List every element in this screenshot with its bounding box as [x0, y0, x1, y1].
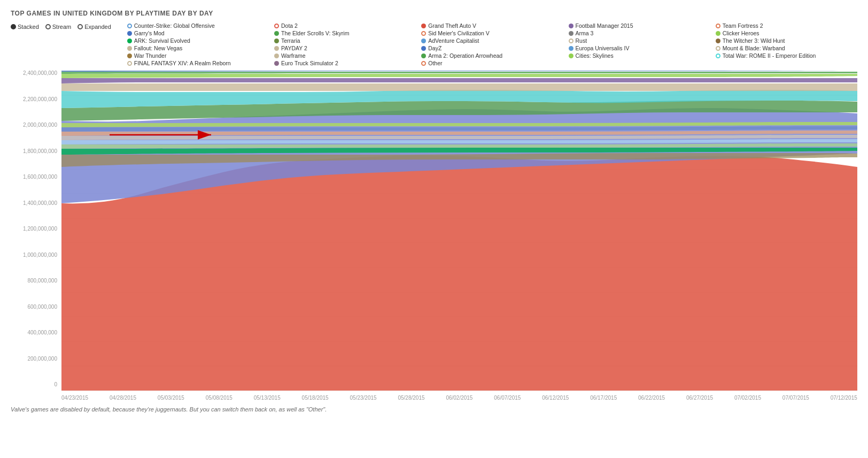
legend-dot: [716, 39, 720, 43]
stream-label: Stream: [52, 24, 71, 30]
legend-item: Sid Meier's Civilization V: [421, 30, 563, 36]
x-tick: 07/12/2015: [831, 395, 857, 401]
legend-label: Fallout: New Vegas: [134, 45, 182, 51]
x-tick: 05/03/2015: [158, 395, 184, 401]
y-tick: 1,800,000,000: [11, 149, 61, 154]
legend-item: Terraria: [274, 37, 416, 44]
x-tick: 05/08/2015: [206, 395, 232, 401]
legend-label: Other: [428, 60, 442, 66]
legend-dot: [569, 24, 574, 28]
y-tick: 2,000,000,000: [11, 123, 61, 128]
legend-dot: [421, 46, 426, 51]
x-tick: 06/22/2015: [638, 395, 665, 401]
legend-item: Euro Truck Simulator 2: [274, 60, 416, 66]
legend-item: Clicker Heroes: [716, 30, 857, 36]
legend-label: Dota 2: [281, 22, 298, 29]
x-tick: 05/13/2015: [254, 395, 281, 401]
stacked-radio-circle: [11, 24, 16, 29]
legend-item: The Witcher 3: Wild Hunt: [716, 37, 857, 44]
legend-dot: [274, 24, 279, 28]
legend-item: Counter-Strike: Global Offensive: [127, 22, 269, 29]
legend-label: DayZ: [428, 45, 441, 51]
legend-label: Clicker Heroes: [723, 30, 759, 36]
legend-dot: [274, 39, 279, 43]
legend-item: Fallout: New Vegas: [127, 45, 269, 51]
y-tick: 1,200,000,000: [11, 226, 61, 232]
y-tick: 2,400,000,000: [11, 71, 61, 76]
stream-radio[interactable]: Stream: [45, 24, 71, 30]
expanded-radio[interactable]: Expanded: [78, 24, 111, 30]
legend-dot: [421, 39, 426, 43]
x-tick: 06/12/2015: [542, 395, 569, 401]
legend-dot: [274, 46, 279, 51]
legend-dot: [127, 54, 132, 58]
legend-dot: [716, 31, 720, 36]
legend-dot: [274, 61, 279, 66]
legend-dot: [421, 31, 426, 36]
legend-dot: [716, 46, 720, 51]
legend-label: Rust: [576, 37, 587, 44]
legend-label: Arma 3: [576, 30, 594, 36]
y-tick: 1,600,000,000: [11, 174, 61, 180]
view-controls: Stacked Stream Expanded: [11, 22, 111, 30]
legend-item: Garry's Mod: [127, 30, 269, 36]
x-tick: 06/17/2015: [590, 395, 617, 401]
legend-item: Team Fortress 2: [716, 22, 857, 29]
legend-label: Football Manager 2015: [576, 22, 633, 29]
y-tick: 600,000,000: [11, 304, 61, 310]
legend-item: Cities: Skylines: [569, 52, 710, 59]
legend-item: ARK: Survival Evolved: [127, 37, 269, 44]
legend-item: Europa Universalis IV: [569, 45, 710, 51]
legend-dot: [716, 24, 720, 28]
y-tick: 400,000,000: [11, 330, 61, 335]
stream-chart: [61, 71, 857, 392]
legend-label: Cities: Skylines: [576, 52, 614, 59]
legend-item: PAYDAY 2: [274, 45, 416, 51]
legend-label: ARK: Survival Evolved: [134, 37, 190, 44]
legend-dot: [127, 31, 132, 36]
stacked-label: Stacked: [18, 24, 39, 30]
legend-label: Total War: ROME II - Emperor Edition: [723, 52, 816, 59]
legend-item: The Elder Scrolls V: Skyrim: [274, 30, 416, 36]
x-tick: 04/28/2015: [110, 395, 136, 401]
legend-item: Mount & Blade: Warband: [716, 45, 857, 51]
legend-label: War Thunder: [134, 52, 167, 59]
x-tick: 06/02/2015: [446, 395, 472, 401]
y-tick: 200,000,000: [11, 356, 61, 362]
legend: Counter-Strike: Global OffensiveDota 2Gr…: [127, 22, 857, 66]
legend-dot: [274, 54, 279, 58]
legend-dot: [127, 24, 132, 28]
y-tick: 0: [11, 382, 61, 387]
x-tick: 07/07/2015: [782, 395, 809, 401]
legend-item: Dota 2: [274, 22, 416, 29]
legend-item: AdVenture Capitalist: [421, 37, 563, 44]
legend-item: Other: [421, 60, 563, 66]
legend-label: Garry's Mod: [134, 30, 165, 36]
legend-dot: [421, 61, 426, 66]
legend-item: Total War: ROME II - Emperor Edition: [716, 52, 857, 59]
legend-dot: [127, 61, 132, 66]
legend-label: Sid Meier's Civilization V: [428, 30, 490, 36]
legend-label: Europa Universalis IV: [576, 45, 630, 51]
legend-dot: [421, 54, 426, 58]
legend-dot: [569, 46, 574, 51]
y-tick: 800,000,000: [11, 278, 61, 284]
x-tick: 05/18/2015: [302, 395, 329, 401]
legend-label: AdVenture Capitalist: [428, 37, 479, 44]
legend-item: Rust: [569, 37, 710, 44]
legend-item: FINAL FANTASY XIV: A Realm Reborn: [127, 60, 269, 66]
legend-label: Counter-Strike: Global Offensive: [134, 22, 215, 29]
legend-label: Terraria: [281, 37, 300, 44]
legend-item: Football Manager 2015: [569, 22, 710, 29]
chart-main: 04/23/201504/28/201505/03/201505/08/2015…: [61, 71, 857, 401]
legend-dot: [274, 31, 279, 36]
legend-label: Team Fortress 2: [723, 22, 763, 29]
legend-item: DayZ: [421, 45, 563, 51]
legend-dot: [569, 31, 574, 36]
legend-label: Euro Truck Simulator 2: [281, 60, 338, 66]
y-tick: 1,400,000,000: [11, 201, 61, 206]
stacked-radio[interactable]: Stacked: [11, 24, 39, 30]
stream-radio-circle: [45, 24, 51, 29]
x-axis: 04/23/201504/28/201505/03/201505/08/2015…: [61, 393, 857, 401]
chart-title: TOP GAMES IN UNITED KINGDOM BY PLAYTIME …: [11, 10, 857, 17]
